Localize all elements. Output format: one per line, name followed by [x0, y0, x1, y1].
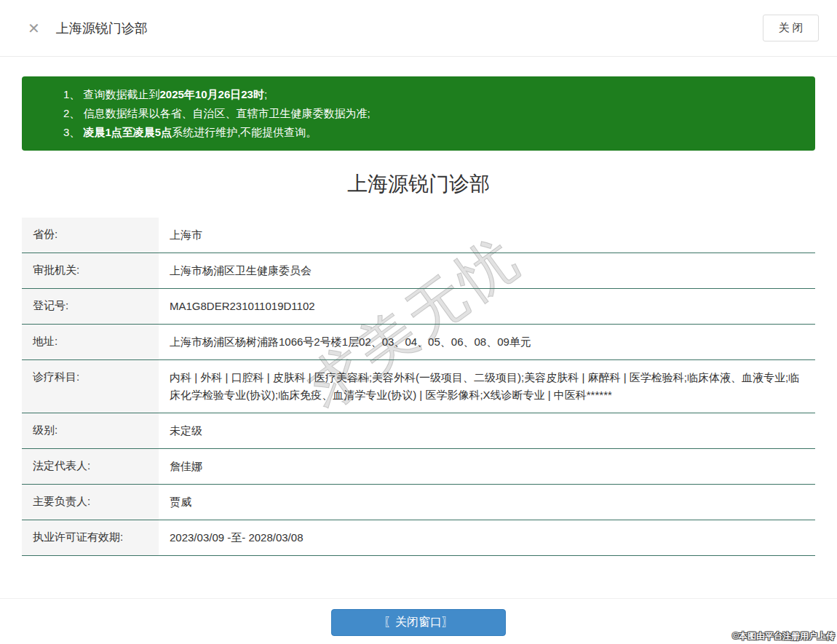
- row-value: 詹佳娜: [159, 449, 815, 484]
- table-row-province: 省份: 上海市: [22, 218, 815, 253]
- footer-bar: 〖关闭窗口〗: [0, 598, 837, 644]
- row-value: 内科 | 外科 | 口腔科 | 皮肤科 | 医疗美容科;美容外科(一级项目、二级…: [159, 360, 815, 413]
- facility-info-table: 省份: 上海市 审批机关: 上海市杨浦区卫生健康委员会 登记号: MA1G8DE…: [22, 218, 815, 556]
- notice-box: 1、 查询数据截止到2025年10月26日23时; 2、 信息数据结果以各省、自…: [22, 76, 815, 151]
- table-row-registration-number: 登记号: MA1G8DER231011019D1102: [22, 289, 815, 325]
- table-row-address: 地址: 上海市杨浦区杨树浦路1066号2号楼1层02、03、04、05、06、0…: [22, 325, 815, 360]
- row-label: 级别:: [22, 413, 159, 448]
- close-window-button[interactable]: 〖关闭窗口〗: [331, 609, 506, 636]
- table-row-legal-representative: 法定代表人: 詹佳娜: [22, 449, 815, 485]
- facility-title: 上海源锐门诊部: [22, 171, 815, 197]
- row-label: 登记号:: [22, 289, 159, 324]
- row-label: 诊疗科目:: [22, 360, 159, 413]
- row-value: 未定级: [159, 413, 815, 448]
- table-row-approval-authority: 审批机关: 上海市杨浦区卫生健康委员会: [22, 253, 815, 289]
- row-value: 贾威: [159, 485, 815, 520]
- table-row-medical-subjects: 诊疗科目: 内科 | 外科 | 口腔科 | 皮肤科 | 医疗美容科;美容外科(一…: [22, 360, 815, 413]
- row-label: 主要负责人:: [22, 485, 159, 520]
- row-label: 省份:: [22, 218, 159, 253]
- row-label: 审批机关:: [22, 253, 159, 288]
- table-row-license-validity: 执业许可证有效期: 2023/03/09 -至- 2028/03/08: [22, 520, 815, 556]
- row-value: 2023/03/09 -至- 2028/03/08: [159, 520, 815, 555]
- top-header-bar: ✕ 上海源锐门诊部 关 闭: [0, 0, 837, 57]
- row-label: 地址:: [22, 325, 159, 359]
- close-x-icon[interactable]: ✕: [28, 21, 40, 36]
- row-value: 上海市杨浦区卫生健康委员会: [159, 253, 815, 288]
- row-value: MA1G8DER231011019D1102: [159, 289, 815, 324]
- row-value: 上海市: [159, 218, 815, 253]
- notice-line-1: 1、 查询数据截止到2025年10月26日23时;: [63, 85, 801, 104]
- row-value: 上海市杨浦区杨树浦路1066号2号楼1层02、03、04、05、06、08、09…: [159, 325, 815, 359]
- row-label: 法定代表人:: [22, 449, 159, 484]
- uploader-credit-watermark: ©本图由平台注册用户上传: [732, 630, 835, 643]
- window-title: 上海源锐门诊部: [56, 20, 148, 37]
- main-content: 1、 查询数据截止到2025年10月26日23时; 2、 信息数据结果以各省、自…: [0, 76, 837, 556]
- row-label: 执业许可证有效期:: [22, 520, 159, 555]
- close-button[interactable]: 关 闭: [763, 15, 819, 41]
- notice-line-3: 3、 凌晨1点至凌晨5点系统进行维护,不能提供查询。: [63, 123, 801, 142]
- table-row-main-person-in-charge: 主要负责人: 贾威: [22, 485, 815, 520]
- notice-line-2: 2、 信息数据结果以各省、自治区、直辖市卫生健康委数据为准;: [63, 104, 801, 123]
- table-row-level: 级别: 未定级: [22, 413, 815, 449]
